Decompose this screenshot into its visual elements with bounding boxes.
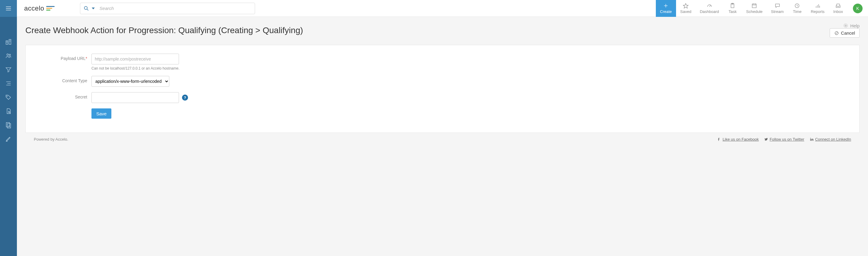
- plus-icon: [663, 3, 669, 9]
- footer: Powered by Accelo. Like us on Facebook F…: [25, 133, 860, 146]
- page-title: Create Webhook Action for Progression: Q…: [25, 26, 830, 35]
- cancel-label: Cancel: [841, 30, 855, 36]
- nav-saved-label: Saved: [680, 9, 691, 14]
- brand-logo[interactable]: accelo: [17, 4, 62, 12]
- nav-stream-label: Stream: [771, 9, 784, 14]
- topbar: accelo Create Saved: [17, 0, 868, 17]
- hamburger-menu[interactable]: [0, 0, 17, 17]
- help-label: Help: [850, 23, 860, 28]
- tasks-icon: [5, 80, 12, 87]
- cancel-button[interactable]: Cancel: [830, 28, 860, 38]
- nav-create[interactable]: Create: [656, 0, 676, 17]
- gauge-icon: [707, 3, 713, 9]
- funnel-icon: [5, 66, 12, 73]
- inbox-icon: [835, 3, 841, 9]
- svg-point-9: [7, 54, 9, 56]
- nav-inbox-label: Inbox: [833, 9, 843, 14]
- brand-name: accelo: [24, 4, 44, 12]
- search-icon: [83, 5, 89, 11]
- people-icon: [5, 52, 12, 59]
- gear-dashed-icon: [843, 23, 848, 28]
- nav-schedule-label: Schedule: [746, 9, 763, 14]
- svg-rect-4: [9, 39, 11, 45]
- user-avatar[interactable]: K: [853, 4, 863, 13]
- search-input[interactable]: [100, 6, 252, 11]
- facebook-icon: [717, 137, 721, 141]
- svg-rect-44: [810, 139, 811, 141]
- content-type-label: Content Type: [34, 76, 91, 83]
- global-search[interactable]: [80, 3, 255, 14]
- linkedin-icon: [810, 137, 814, 141]
- svg-point-14: [7, 96, 7, 96]
- svg-line-35: [797, 6, 798, 6]
- secret-help-icon[interactable]: ?: [182, 95, 188, 101]
- nav-dashboard[interactable]: Dashboard: [696, 0, 723, 17]
- calendar-icon: [751, 3, 757, 9]
- document-search-icon: [5, 108, 12, 114]
- secret-label: Secret: [34, 92, 91, 99]
- pencil-icon: [5, 136, 12, 142]
- footer-powered: Powered by Accelo.: [34, 137, 717, 142]
- avatar-initial: K: [856, 6, 859, 11]
- nav-inbox[interactable]: Inbox: [829, 0, 847, 17]
- clock-icon: [794, 3, 800, 9]
- clipboard-icon: [730, 3, 736, 9]
- sidebar-buildings[interactable]: [0, 35, 17, 49]
- svg-point-45: [810, 138, 811, 139]
- twitter-icon: [764, 137, 768, 141]
- svg-line-26: [710, 5, 710, 7]
- search-scope-dropdown[interactable]: [92, 7, 95, 9]
- buildings-icon: [5, 39, 12, 45]
- bar-chart-icon: [814, 3, 820, 9]
- nav-create-label: Create: [660, 9, 672, 14]
- save-button[interactable]: Save: [91, 108, 112, 119]
- webhook-form: Payload URL* Can not be localhost/127.0.…: [25, 45, 860, 133]
- sidebar-document-search[interactable]: [0, 104, 17, 118]
- tag-icon: [5, 94, 12, 101]
- svg-point-10: [9, 54, 10, 56]
- nav-saved[interactable]: Saved: [676, 0, 696, 17]
- nav-task[interactable]: Task: [723, 0, 742, 17]
- sidebar-edit[interactable]: [0, 132, 17, 146]
- content-type-select[interactable]: application/x-www-form-urlencoded: [91, 76, 169, 87]
- payload-url-label: Payload URL*: [34, 53, 91, 61]
- billing-icon: $: [5, 122, 12, 128]
- cancel-circle-icon: [834, 31, 839, 36]
- nav-time-label: Time: [793, 9, 801, 14]
- brand-mark-icon: [46, 6, 55, 10]
- left-sidebar: $: [0, 0, 17, 256]
- payload-url-input[interactable]: [91, 53, 179, 65]
- nav-reports[interactable]: Reports: [806, 0, 829, 17]
- nav-schedule[interactable]: Schedule: [742, 0, 767, 17]
- svg-line-43: [836, 32, 838, 34]
- help-link[interactable]: Help: [843, 23, 860, 28]
- sidebar-filter[interactable]: [0, 63, 17, 76]
- secret-input[interactable]: [91, 92, 179, 103]
- nav-task-label: Task: [728, 9, 737, 14]
- footer-facebook-link[interactable]: Like us on Facebook: [717, 137, 759, 142]
- sidebar-tags[interactable]: [0, 90, 17, 104]
- svg-point-40: [844, 24, 847, 27]
- sidebar-billing[interactable]: $: [0, 118, 17, 132]
- nav-stream[interactable]: Stream: [767, 0, 788, 17]
- svg-point-41: [845, 25, 846, 27]
- footer-linkedin-link[interactable]: Connect on LinkedIn: [810, 137, 851, 142]
- svg-line-22: [87, 9, 88, 10]
- svg-marker-25: [683, 4, 688, 8]
- nav-time[interactable]: Time: [788, 0, 806, 17]
- save-label: Save: [96, 111, 106, 116]
- payload-url-hint: Can not be localhost/127.0.0.1 or an Acc…: [91, 66, 180, 70]
- sidebar-people[interactable]: [0, 49, 17, 63]
- nav-reports-label: Reports: [811, 9, 825, 14]
- svg-point-15: [8, 111, 10, 113]
- chat-icon: [774, 3, 780, 9]
- nav-dashboard-label: Dashboard: [700, 9, 719, 14]
- svg-text:$: $: [8, 125, 10, 127]
- sidebar-tasks[interactable]: [0, 76, 17, 90]
- star-icon: [683, 3, 689, 9]
- hamburger-icon: [5, 5, 12, 12]
- svg-rect-29: [752, 4, 756, 8]
- footer-twitter-link[interactable]: Follow us on Twitter: [764, 137, 804, 142]
- svg-point-21: [84, 6, 87, 9]
